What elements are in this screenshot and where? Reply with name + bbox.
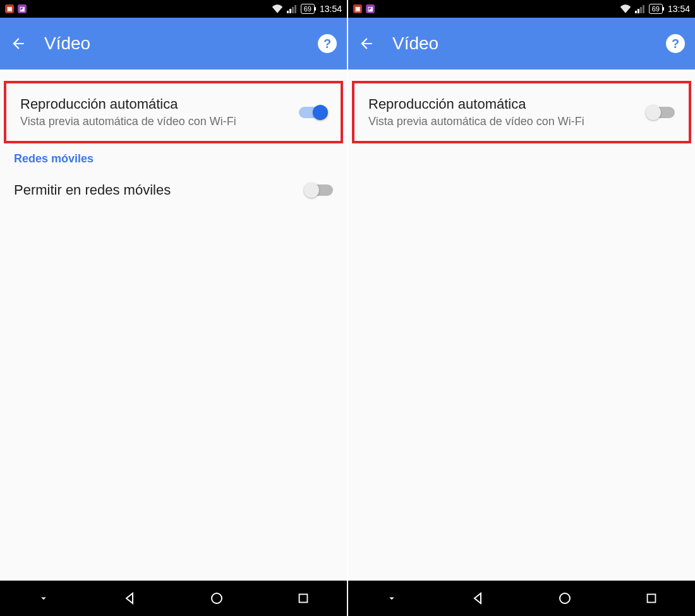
notification-record-icon: ▣ <box>5 4 14 13</box>
wifi-icon <box>272 4 283 13</box>
nav-home-icon[interactable] <box>202 583 232 613</box>
autoplay-subtitle: Vista previa automática de vídeo con Wi-… <box>20 115 299 128</box>
app-bar: Vídeo ? <box>0 18 347 69</box>
highlight-annotation: Reproducción automática Vista previa aut… <box>352 81 691 143</box>
autoplay-title: Reproducción automática <box>368 96 647 112</box>
nav-recent-icon[interactable] <box>288 583 318 613</box>
wifi-icon <box>620 4 631 13</box>
battery-indicator: 69 <box>301 4 315 14</box>
autoplay-toggle[interactable] <box>299 107 327 118</box>
svg-rect-8 <box>640 7 642 13</box>
page-title: Vídeo <box>392 33 666 54</box>
nav-back-icon[interactable] <box>463 583 493 613</box>
svg-point-4 <box>212 593 222 603</box>
signal-icon <box>287 4 297 13</box>
svg-rect-1 <box>289 9 291 13</box>
signal-icon <box>635 4 645 13</box>
back-arrow-icon[interactable] <box>358 35 375 52</box>
battery-indicator: 69 <box>649 4 663 14</box>
nav-home-icon[interactable] <box>550 583 580 613</box>
status-bar: ▣ ◪ 69 13:54 <box>0 0 347 18</box>
clock: 13:54 <box>320 4 342 14</box>
nav-chevron-down-icon[interactable] <box>377 583 407 613</box>
nav-chevron-down-icon[interactable] <box>28 583 59 613</box>
settings-content: Reproducción automática Vista previa aut… <box>348 69 695 581</box>
svg-rect-0 <box>287 11 289 13</box>
svg-rect-9 <box>643 5 644 13</box>
svg-rect-5 <box>299 595 308 603</box>
notification-app-icon: ◪ <box>18 4 27 13</box>
back-arrow-icon[interactable] <box>10 35 27 52</box>
svg-point-10 <box>560 593 570 603</box>
nav-back-icon[interactable] <box>115 583 145 613</box>
svg-rect-2 <box>292 7 294 13</box>
system-nav-bar <box>0 581 347 616</box>
phone-right: ▣ ◪ 69 13:54 Vídeo ? <box>347 0 695 616</box>
autoplay-title: Reproducción automática <box>20 96 299 112</box>
svg-rect-3 <box>294 5 296 13</box>
mobile-toggle[interactable] <box>305 184 333 196</box>
autoplay-setting-row[interactable]: Reproducción automática Vista previa aut… <box>354 83 689 141</box>
system-nav-bar <box>348 581 695 616</box>
svg-rect-7 <box>638 9 639 13</box>
mobile-title: Permitir en redes móviles <box>14 182 305 198</box>
autoplay-toggle[interactable] <box>647 107 675 118</box>
clock: 13:54 <box>668 4 690 14</box>
help-icon[interactable]: ? <box>318 34 337 53</box>
mobile-setting-row[interactable]: Permitir en redes móviles <box>0 169 347 211</box>
app-bar: Vídeo ? <box>348 18 695 69</box>
status-bar: ▣ ◪ 69 13:54 <box>348 0 695 18</box>
autoplay-setting-row[interactable]: Reproducción automática Vista previa aut… <box>6 83 341 141</box>
help-icon[interactable]: ? <box>666 34 685 53</box>
section-header-mobile: Redes móviles <box>0 143 347 169</box>
phone-left: ▣ ◪ 69 13:54 Vídeo ? <box>0 0 347 616</box>
notification-record-icon: ▣ <box>353 4 362 13</box>
autoplay-subtitle: Vista previa automática de vídeo con Wi-… <box>368 115 647 128</box>
page-title: Vídeo <box>44 33 318 54</box>
nav-recent-icon[interactable] <box>636 583 667 613</box>
highlight-annotation: Reproducción automática Vista previa aut… <box>4 81 343 143</box>
svg-rect-11 <box>648 595 656 603</box>
svg-rect-6 <box>635 11 637 13</box>
notification-app-icon: ◪ <box>366 4 375 13</box>
settings-content: Reproducción automática Vista previa aut… <box>0 69 347 581</box>
